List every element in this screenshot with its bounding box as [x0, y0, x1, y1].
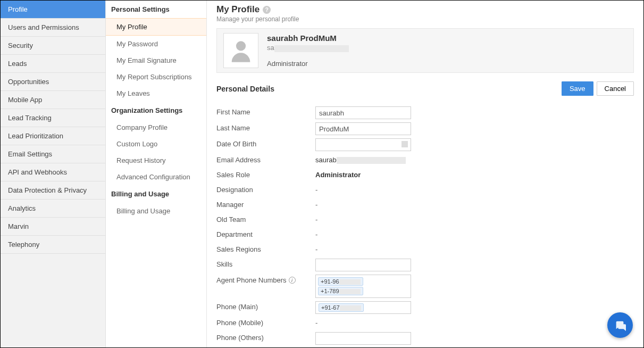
- phone-tag[interactable]: +1-789: [318, 287, 363, 295]
- personal-details-form: First Name Last Name Date Of Birth Email…: [216, 106, 634, 347]
- label-phone-mobile: Phone (Mobile): [216, 317, 315, 327]
- label-phone-main: Phone (Main): [216, 301, 315, 311]
- skills-input[interactable]: [315, 259, 411, 271]
- cancel-button[interactable]: Cancel: [597, 81, 634, 96]
- sidebar-item-email-settings[interactable]: Email Settings: [1, 145, 105, 163]
- mid-heading-personal: Personal Settings: [106, 1, 206, 18]
- sidebar-item-users[interactable]: Users and Permissions: [1, 19, 105, 37]
- chat-fab[interactable]: [607, 312, 633, 338]
- label-last-name: Last Name: [216, 122, 315, 132]
- sidebar-item-leads[interactable]: Leads: [1, 55, 105, 73]
- profile-card: saurabh ProdMuM sa Administrator: [216, 28, 634, 73]
- label-skills: Skills: [216, 259, 315, 268]
- sidebar-item-marvin[interactable]: Marvin: [1, 218, 105, 236]
- sidebar-item-telephony[interactable]: Telephony: [1, 236, 105, 254]
- calendar-icon[interactable]: [402, 141, 408, 147]
- chat-icon: [614, 319, 626, 331]
- label-dob: Date Of Birth: [216, 138, 315, 148]
- primary-sidebar: Profile Users and Permissions Security L…: [1, 1, 106, 347]
- first-name-input[interactable]: [315, 106, 411, 119]
- sidebar-item-data-protection[interactable]: Data Protection & Privacy: [1, 181, 105, 200]
- dob-input[interactable]: [315, 138, 411, 151]
- old-team-value: -: [315, 214, 317, 223]
- svg-point-0: [236, 41, 246, 51]
- phone-main-input[interactable]: +91-67: [315, 301, 411, 314]
- sidebar-item-api-webhooks[interactable]: API and Webhooks: [1, 163, 105, 181]
- label-manager: Manager: [216, 199, 315, 209]
- label-email: Email Address: [216, 154, 315, 164]
- label-designation: Designation: [216, 184, 315, 194]
- phone-tag[interactable]: +91-96: [318, 277, 363, 286]
- last-name-input[interactable]: [315, 122, 411, 135]
- manager-value: -: [315, 199, 317, 209]
- phone-others-input[interactable]: [315, 332, 411, 345]
- label-first-name: First Name: [216, 106, 315, 116]
- sidebar-item-lead-tracking[interactable]: Lead Tracking: [1, 109, 105, 127]
- mid-item-my-password[interactable]: My Password: [106, 36, 206, 52]
- sidebar-item-analytics[interactable]: Analytics: [1, 200, 105, 218]
- avatar: [223, 33, 258, 68]
- secondary-sidebar: Personal Settings My Profile My Password…: [106, 1, 207, 347]
- mid-item-company-profile[interactable]: Company Profile: [106, 119, 206, 136]
- mid-heading-billing: Billing and Usage: [106, 185, 206, 203]
- label-phone-others: Phone (Others): [216, 332, 315, 342]
- user-icon: [227, 37, 255, 64]
- label-sales-regions: Sales Regions: [216, 244, 315, 253]
- sidebar-item-lead-prioritization[interactable]: Lead Prioritization: [1, 127, 105, 145]
- phone-mobile-value: -: [315, 317, 317, 327]
- page-title: My Profile: [216, 4, 260, 15]
- agent-phones-input[interactable]: +91-96+1-789: [315, 275, 411, 298]
- sidebar-item-mobile-app[interactable]: Mobile App: [1, 91, 105, 109]
- mid-item-advanced-config[interactable]: Advanced Configuration: [106, 169, 206, 185]
- save-button[interactable]: Save: [562, 81, 593, 96]
- page-subtitle: Manage your personal profile: [216, 15, 634, 23]
- sidebar-item-profile[interactable]: Profile: [1, 1, 105, 19]
- mid-item-my-profile[interactable]: My Profile: [106, 18, 206, 36]
- profile-role: Administrator: [267, 60, 349, 68]
- label-sales-role: Sales Role: [216, 169, 315, 179]
- profile-email: sa: [267, 44, 349, 52]
- help-icon[interactable]: ?: [263, 6, 271, 14]
- mid-item-billing[interactable]: Billing and Usage: [106, 203, 206, 219]
- sidebar-item-opportunities[interactable]: Opportunities: [1, 73, 105, 91]
- profile-name: saurabh ProdMuM: [267, 34, 349, 43]
- sidebar-item-security[interactable]: Security: [1, 37, 105, 55]
- designation-value: -: [315, 184, 317, 194]
- sales-role-value: Administrator: [315, 169, 361, 179]
- label-agent-phones: Agent Phone Numbers i: [216, 275, 315, 284]
- mid-item-request-history[interactable]: Request History: [106, 152, 206, 169]
- info-icon[interactable]: i: [289, 277, 296, 284]
- email-value: saurab: [315, 154, 406, 164]
- department-value: -: [315, 229, 317, 238]
- mid-item-my-email-signature[interactable]: My Email Signature: [106, 52, 206, 69]
- section-title: Personal Details: [216, 85, 274, 93]
- label-department: Department: [216, 229, 315, 238]
- sales-regions-value: -: [315, 244, 317, 253]
- mid-heading-org: Organization Settings: [106, 102, 206, 119]
- main-content: My Profile ? Manage your personal profil…: [207, 1, 643, 347]
- mid-item-my-report-subscriptions[interactable]: My Report Subscriptions: [106, 69, 206, 85]
- mid-item-my-leaves[interactable]: My Leaves: [106, 85, 206, 102]
- label-old-team: Old Team: [216, 214, 315, 223]
- mid-item-custom-logo[interactable]: Custom Logo: [106, 136, 206, 152]
